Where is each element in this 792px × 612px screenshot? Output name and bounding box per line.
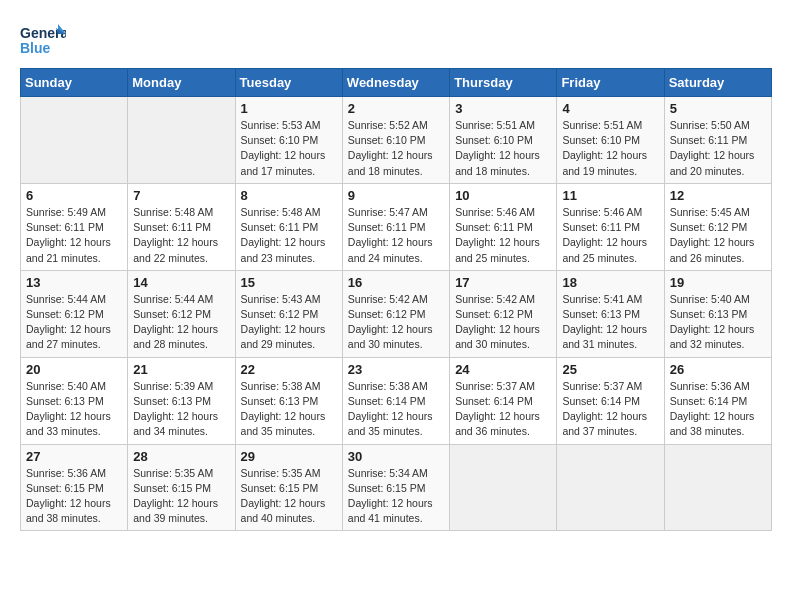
calendar-cell: 17Sunrise: 5:42 AM Sunset: 6:12 PM Dayli…	[450, 270, 557, 357]
calendar-cell: 20Sunrise: 5:40 AM Sunset: 6:13 PM Dayli…	[21, 357, 128, 444]
day-detail: Sunrise: 5:51 AM Sunset: 6:10 PM Dayligh…	[562, 118, 658, 179]
svg-text:Blue: Blue	[20, 40, 51, 56]
day-number: 8	[241, 188, 337, 203]
calendar-day-header: Monday	[128, 69, 235, 97]
calendar-week-row: 6Sunrise: 5:49 AM Sunset: 6:11 PM Daylig…	[21, 183, 772, 270]
day-number: 19	[670, 275, 766, 290]
calendar-cell: 28Sunrise: 5:35 AM Sunset: 6:15 PM Dayli…	[128, 444, 235, 531]
calendar-cell: 2Sunrise: 5:52 AM Sunset: 6:10 PM Daylig…	[342, 97, 449, 184]
day-number: 25	[562, 362, 658, 377]
calendar-cell: 19Sunrise: 5:40 AM Sunset: 6:13 PM Dayli…	[664, 270, 771, 357]
calendar-cell: 8Sunrise: 5:48 AM Sunset: 6:11 PM Daylig…	[235, 183, 342, 270]
day-detail: Sunrise: 5:45 AM Sunset: 6:12 PM Dayligh…	[670, 205, 766, 266]
day-detail: Sunrise: 5:53 AM Sunset: 6:10 PM Dayligh…	[241, 118, 337, 179]
calendar-cell: 30Sunrise: 5:34 AM Sunset: 6:15 PM Dayli…	[342, 444, 449, 531]
day-detail: Sunrise: 5:40 AM Sunset: 6:13 PM Dayligh…	[670, 292, 766, 353]
calendar-week-row: 1Sunrise: 5:53 AM Sunset: 6:10 PM Daylig…	[21, 97, 772, 184]
calendar-day-header: Tuesday	[235, 69, 342, 97]
calendar-cell: 13Sunrise: 5:44 AM Sunset: 6:12 PM Dayli…	[21, 270, 128, 357]
calendar-cell	[21, 97, 128, 184]
calendar-cell: 18Sunrise: 5:41 AM Sunset: 6:13 PM Dayli…	[557, 270, 664, 357]
day-detail: Sunrise: 5:37 AM Sunset: 6:14 PM Dayligh…	[455, 379, 551, 440]
day-detail: Sunrise: 5:51 AM Sunset: 6:10 PM Dayligh…	[455, 118, 551, 179]
day-number: 11	[562, 188, 658, 203]
day-detail: Sunrise: 5:35 AM Sunset: 6:15 PM Dayligh…	[133, 466, 229, 527]
calendar-week-row: 13Sunrise: 5:44 AM Sunset: 6:12 PM Dayli…	[21, 270, 772, 357]
day-number: 22	[241, 362, 337, 377]
day-number: 3	[455, 101, 551, 116]
day-number: 2	[348, 101, 444, 116]
day-detail: Sunrise: 5:36 AM Sunset: 6:15 PM Dayligh…	[26, 466, 122, 527]
day-number: 20	[26, 362, 122, 377]
day-detail: Sunrise: 5:46 AM Sunset: 6:11 PM Dayligh…	[455, 205, 551, 266]
day-detail: Sunrise: 5:46 AM Sunset: 6:11 PM Dayligh…	[562, 205, 658, 266]
day-number: 5	[670, 101, 766, 116]
day-number: 30	[348, 449, 444, 464]
calendar-cell: 12Sunrise: 5:45 AM Sunset: 6:12 PM Dayli…	[664, 183, 771, 270]
calendar-cell: 26Sunrise: 5:36 AM Sunset: 6:14 PM Dayli…	[664, 357, 771, 444]
day-number: 1	[241, 101, 337, 116]
calendar-cell: 3Sunrise: 5:51 AM Sunset: 6:10 PM Daylig…	[450, 97, 557, 184]
calendar-cell: 25Sunrise: 5:37 AM Sunset: 6:14 PM Dayli…	[557, 357, 664, 444]
calendar-cell: 1Sunrise: 5:53 AM Sunset: 6:10 PM Daylig…	[235, 97, 342, 184]
calendar-day-header: Wednesday	[342, 69, 449, 97]
day-number: 13	[26, 275, 122, 290]
calendar-cell: 27Sunrise: 5:36 AM Sunset: 6:15 PM Dayli…	[21, 444, 128, 531]
calendar-cell: 15Sunrise: 5:43 AM Sunset: 6:12 PM Dayli…	[235, 270, 342, 357]
calendar-cell	[664, 444, 771, 531]
calendar-cell: 23Sunrise: 5:38 AM Sunset: 6:14 PM Dayli…	[342, 357, 449, 444]
day-detail: Sunrise: 5:35 AM Sunset: 6:15 PM Dayligh…	[241, 466, 337, 527]
day-detail: Sunrise: 5:47 AM Sunset: 6:11 PM Dayligh…	[348, 205, 444, 266]
day-detail: Sunrise: 5:52 AM Sunset: 6:10 PM Dayligh…	[348, 118, 444, 179]
calendar-week-row: 20Sunrise: 5:40 AM Sunset: 6:13 PM Dayli…	[21, 357, 772, 444]
day-detail: Sunrise: 5:44 AM Sunset: 6:12 PM Dayligh…	[26, 292, 122, 353]
day-number: 21	[133, 362, 229, 377]
day-number: 28	[133, 449, 229, 464]
calendar-day-header: Friday	[557, 69, 664, 97]
day-detail: Sunrise: 5:38 AM Sunset: 6:13 PM Dayligh…	[241, 379, 337, 440]
day-number: 16	[348, 275, 444, 290]
calendar-table: SundayMondayTuesdayWednesdayThursdayFrid…	[20, 68, 772, 531]
calendar-cell: 7Sunrise: 5:48 AM Sunset: 6:11 PM Daylig…	[128, 183, 235, 270]
day-number: 4	[562, 101, 658, 116]
calendar-cell: 24Sunrise: 5:37 AM Sunset: 6:14 PM Dayli…	[450, 357, 557, 444]
calendar-day-header: Sunday	[21, 69, 128, 97]
calendar-cell: 16Sunrise: 5:42 AM Sunset: 6:12 PM Dayli…	[342, 270, 449, 357]
calendar-header: SundayMondayTuesdayWednesdayThursdayFrid…	[21, 69, 772, 97]
day-number: 17	[455, 275, 551, 290]
day-detail: Sunrise: 5:48 AM Sunset: 6:11 PM Dayligh…	[133, 205, 229, 266]
calendar-day-header: Thursday	[450, 69, 557, 97]
day-number: 26	[670, 362, 766, 377]
calendar-cell: 22Sunrise: 5:38 AM Sunset: 6:13 PM Dayli…	[235, 357, 342, 444]
day-detail: Sunrise: 5:42 AM Sunset: 6:12 PM Dayligh…	[455, 292, 551, 353]
calendar-cell	[557, 444, 664, 531]
calendar-cell: 6Sunrise: 5:49 AM Sunset: 6:11 PM Daylig…	[21, 183, 128, 270]
day-number: 14	[133, 275, 229, 290]
day-detail: Sunrise: 5:50 AM Sunset: 6:11 PM Dayligh…	[670, 118, 766, 179]
day-number: 27	[26, 449, 122, 464]
calendar-day-header: Saturday	[664, 69, 771, 97]
day-number: 15	[241, 275, 337, 290]
calendar-cell: 9Sunrise: 5:47 AM Sunset: 6:11 PM Daylig…	[342, 183, 449, 270]
day-number: 23	[348, 362, 444, 377]
calendar-week-row: 27Sunrise: 5:36 AM Sunset: 6:15 PM Dayli…	[21, 444, 772, 531]
day-detail: Sunrise: 5:48 AM Sunset: 6:11 PM Dayligh…	[241, 205, 337, 266]
day-detail: Sunrise: 5:42 AM Sunset: 6:12 PM Dayligh…	[348, 292, 444, 353]
day-detail: Sunrise: 5:38 AM Sunset: 6:14 PM Dayligh…	[348, 379, 444, 440]
day-number: 7	[133, 188, 229, 203]
day-number: 9	[348, 188, 444, 203]
day-number: 29	[241, 449, 337, 464]
calendar-cell: 11Sunrise: 5:46 AM Sunset: 6:11 PM Dayli…	[557, 183, 664, 270]
day-number: 24	[455, 362, 551, 377]
calendar-cell	[450, 444, 557, 531]
calendar-cell: 29Sunrise: 5:35 AM Sunset: 6:15 PM Dayli…	[235, 444, 342, 531]
logo-icon: General Blue	[20, 20, 60, 58]
calendar-cell: 10Sunrise: 5:46 AM Sunset: 6:11 PM Dayli…	[450, 183, 557, 270]
day-number: 18	[562, 275, 658, 290]
day-detail: Sunrise: 5:44 AM Sunset: 6:12 PM Dayligh…	[133, 292, 229, 353]
calendar-cell: 5Sunrise: 5:50 AM Sunset: 6:11 PM Daylig…	[664, 97, 771, 184]
day-number: 12	[670, 188, 766, 203]
calendar-cell: 21Sunrise: 5:39 AM Sunset: 6:13 PM Dayli…	[128, 357, 235, 444]
calendar-body: 1Sunrise: 5:53 AM Sunset: 6:10 PM Daylig…	[21, 97, 772, 531]
day-detail: Sunrise: 5:43 AM Sunset: 6:12 PM Dayligh…	[241, 292, 337, 353]
